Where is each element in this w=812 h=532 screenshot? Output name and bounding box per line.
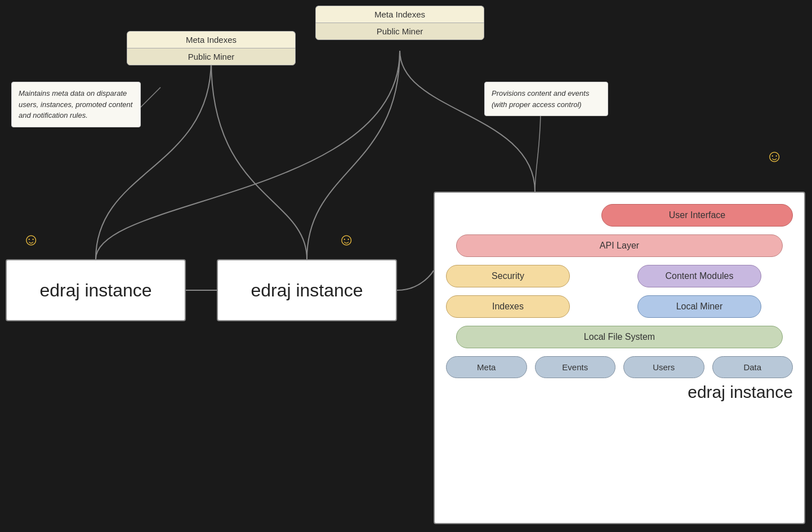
events-btn: Events bbox=[535, 356, 616, 378]
edraj-panel: User Interface API Layer Security Conten… bbox=[434, 192, 805, 524]
callout-left: Maintains meta data on disparate users, … bbox=[11, 82, 141, 127]
edraj-instance-box-2: edraj instance bbox=[217, 259, 397, 321]
content-modules-btn: Content Modules bbox=[637, 265, 761, 287]
data-btn: Data bbox=[712, 356, 793, 378]
indexes-btn: Indexes bbox=[446, 295, 570, 318]
meta-box-right: Meta Indexes Public Miner bbox=[315, 6, 484, 40]
api-layer-btn: API Layer bbox=[456, 234, 783, 257]
smiley-icon-center: ☺ bbox=[338, 230, 355, 249]
panel-row-indexes-miner: Indexes Local Miner bbox=[446, 295, 793, 318]
meta-btn: Meta bbox=[446, 356, 527, 378]
public-miner-label-left: Public Miner bbox=[127, 48, 296, 65]
panel-bottom-row: Meta Events Users Data bbox=[446, 356, 793, 378]
panel-row-api: API Layer bbox=[446, 234, 793, 257]
user-interface-btn: User Interface bbox=[601, 204, 793, 227]
panel-row-ui: User Interface bbox=[446, 204, 793, 227]
edraj-panel-title: edraj instance bbox=[446, 383, 793, 402]
meta-box-left: Meta Indexes Public Miner bbox=[127, 31, 296, 65]
callout-right: Provisions content and events (with prop… bbox=[484, 82, 608, 116]
meta-indexes-label-left: Meta Indexes bbox=[127, 31, 296, 48]
panel-row-localfs: Local File System bbox=[446, 326, 793, 348]
edraj-instance-box-1: edraj instance bbox=[6, 259, 186, 321]
security-btn: Security bbox=[446, 265, 570, 287]
local-miner-btn: Local Miner bbox=[637, 295, 761, 318]
smiley-icon-left: ☺ bbox=[23, 230, 40, 249]
users-btn: Users bbox=[623, 356, 704, 378]
public-miner-label-right: Public Miner bbox=[315, 23, 484, 40]
panel-row-security-content: Security Content Modules bbox=[446, 265, 793, 287]
meta-indexes-label-right: Meta Indexes bbox=[315, 6, 484, 23]
local-fs-btn: Local File System bbox=[456, 326, 783, 348]
smiley-icon-right: ☺ bbox=[766, 147, 783, 166]
diagram-container: Meta Indexes Public Miner Meta Indexes P… bbox=[0, 0, 812, 532]
